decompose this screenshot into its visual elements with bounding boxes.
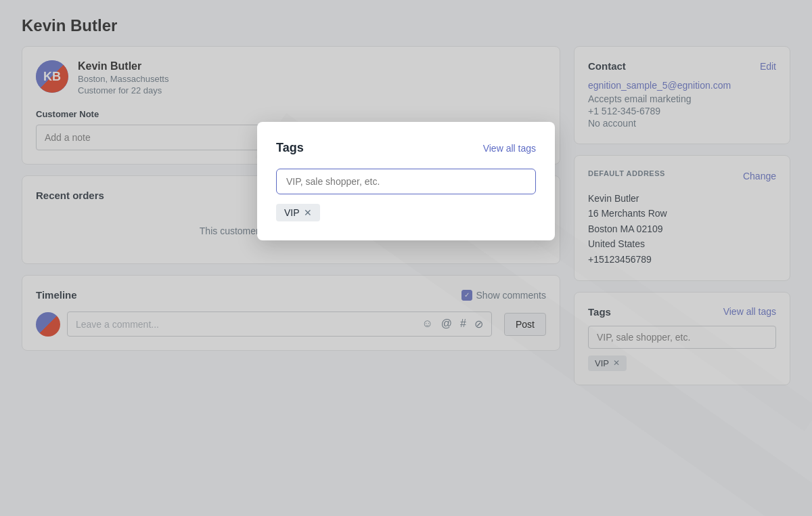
modal-tag-input[interactable] — [276, 169, 536, 194]
modal-overlay[interactable]: Tags View all tags VIP ✕ — [0, 0, 812, 516]
diagonal-decor — [0, 0, 812, 516]
page-wrapper: Kevin Butler KB Kevin Butler Boston, Mas… — [0, 0, 812, 516]
modal-tag-label: VIP — [284, 207, 300, 218]
modal-title: Tags — [276, 141, 304, 155]
modal-tag-remove-icon[interactable]: ✕ — [304, 207, 312, 218]
modal-tag-chip: VIP ✕ — [276, 204, 320, 221]
modal-tags-list: VIP ✕ — [276, 204, 536, 221]
modal-view-all-tags-link[interactable]: View all tags — [483, 143, 536, 154]
tags-modal: Tags View all tags VIP ✕ — [257, 122, 555, 240]
modal-header: Tags View all tags — [276, 141, 536, 155]
